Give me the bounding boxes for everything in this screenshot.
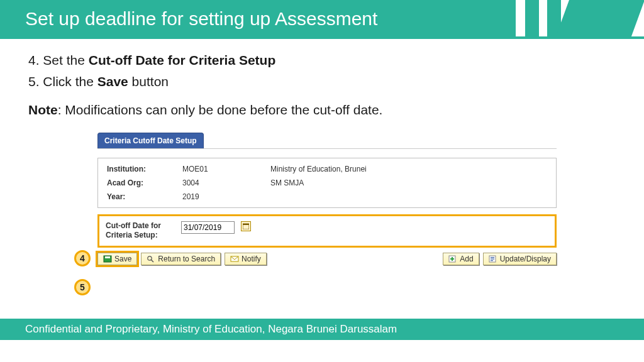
- step4-text-b: Cut-off Date for Criteria Setup: [89, 53, 276, 67]
- header-main-stripe: Set up deadline for setting up Assessmen…: [0, 0, 516, 38]
- update-icon: [489, 255, 497, 263]
- add-icon: [448, 255, 457, 263]
- tab-row: Criteria Cutoff Date Setup: [97, 133, 557, 149]
- svg-point-4: [148, 256, 152, 260]
- criteria-panel: Criteria Cutoff Date Setup Institution: …: [97, 133, 557, 265]
- svg-rect-11: [491, 257, 494, 258]
- step5-text-b: Save: [97, 74, 128, 89]
- callout-marker-4: 4: [74, 250, 91, 266]
- svg-rect-3: [105, 256, 110, 258]
- value-year: 2019: [182, 192, 270, 201]
- cutoff-label: Cut-off Date for Criteria Setup:: [106, 221, 175, 241]
- label-acad-org: Acad Org:: [107, 178, 182, 187]
- note-text: : Modifications can only be done before …: [58, 102, 383, 117]
- add-button[interactable]: Add: [443, 253, 479, 265]
- row-institution: Institution: MOE01 Ministry of Education…: [107, 165, 547, 173]
- return-to-search-button[interactable]: Return to Search: [141, 253, 221, 265]
- notify-button[interactable]: Notify: [225, 253, 267, 265]
- label-year: Year:: [107, 192, 182, 201]
- step5-number: 5.: [28, 74, 43, 89]
- value-acad-org: 3004: [182, 178, 270, 187]
- calendar-icon[interactable]: [241, 221, 251, 231]
- svg-line-5: [152, 260, 154, 262]
- return-label: Return to Search: [158, 255, 215, 263]
- slide-title: Set up deadline for setting up Assessmen…: [25, 8, 377, 30]
- tab-criteria-cutoff[interactable]: Criteria Cutoff Date Setup: [97, 133, 204, 148]
- instruction-step-4: 4. Set the Cut-off Date for Criteria Set…: [28, 50, 616, 70]
- notify-icon: [230, 255, 239, 263]
- desc-acad-org: SM SMJA: [270, 178, 547, 187]
- update-display-button[interactable]: Update/Display: [483, 253, 557, 265]
- step5-text-a: Click the: [43, 74, 97, 89]
- row-acad-org: Acad Org: 3004 SM SMJA: [107, 178, 547, 187]
- instruction-step-5: 5. Click the Save button: [28, 72, 616, 92]
- save-icon: [103, 255, 112, 263]
- notify-label: Notify: [242, 255, 261, 263]
- header-underline: [0, 36, 644, 39]
- label-institution: Institution:: [107, 165, 182, 173]
- callout-marker-5: 5: [74, 279, 91, 295]
- button-row: Save Return to Search Notify Add Update/…: [97, 253, 557, 265]
- add-label: Add: [460, 255, 473, 263]
- footer-text: Confidential and Proprietary, Ministry o…: [25, 323, 397, 336]
- footer-bar: Confidential and Proprietary, Ministry o…: [0, 319, 644, 340]
- cutoff-date-input[interactable]: [181, 221, 235, 234]
- header-accent-1: [525, 0, 539, 38]
- search-icon: [147, 255, 155, 263]
- update-label: Update/Display: [500, 255, 551, 263]
- note-label: Note: [28, 102, 58, 117]
- slide-header: Set up deadline for setting up Assessmen…: [0, 0, 644, 38]
- content-area: 4. Set the Cut-off Date for Criteria Set…: [0, 38, 644, 265]
- svg-rect-1: [243, 224, 249, 225]
- svg-rect-12: [491, 258, 494, 259]
- step4-number: 4.: [28, 53, 43, 67]
- step4-text-a: Set the: [43, 53, 88, 67]
- header-accent-3: [555, 0, 644, 38]
- info-box: Institution: MOE01 Ministry of Education…: [97, 158, 557, 208]
- row-year: Year: 2019: [107, 192, 547, 201]
- cutoff-box: Cut-off Date for Criteria Setup:: [97, 214, 557, 248]
- desc-institution: Ministry of Education, Brunei: [270, 165, 547, 173]
- note-line: Note: Modifications can only be done bef…: [28, 100, 616, 120]
- save-label: Save: [114, 255, 131, 263]
- svg-rect-13: [491, 260, 493, 261]
- save-button[interactable]: Save: [97, 253, 137, 265]
- value-institution: MOE01: [182, 165, 270, 173]
- step5-text-c: button: [128, 74, 169, 89]
